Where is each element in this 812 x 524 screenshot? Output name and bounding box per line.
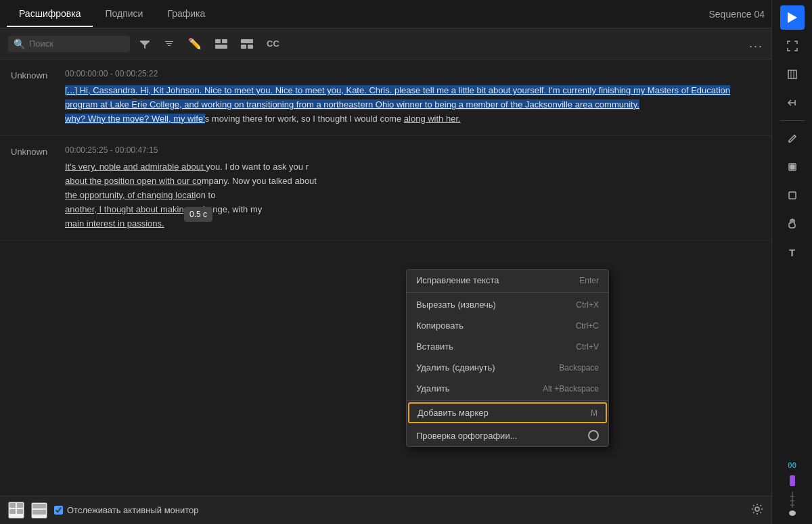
text-segment: another, I thought about making a c [65, 204, 203, 214]
text-segment: please tell me a little bit about yourse… [394, 85, 691, 95]
transcript-text-1[interactable]: [...] Hi, Cassandra. Hi, Kit Johnson. Ni… [65, 84, 761, 126]
svg-rect-22 [790, 504, 794, 506]
layout2-btn[interactable] [237, 37, 257, 51]
context-menu-item-spellcheck[interactable]: Проверка орфографии... [407, 425, 608, 446]
svg-rect-4 [241, 45, 246, 49]
sidebar-hand-btn[interactable] [780, 212, 805, 236]
sidebar-stamp-btn[interactable] [780, 155, 805, 179]
sidebar-play-btn[interactable] [780, 5, 805, 30]
toolbar: 🔍 ✏️ CC ... [0, 28, 771, 59]
cc-btn[interactable]: CC [263, 36, 284, 51]
text-segment: you. I do want to ask you [206, 162, 305, 172]
sort-btn[interactable] [160, 36, 179, 52]
context-menu-shortcut: Ctrl+X [576, 300, 599, 310]
bottom-icon-2[interactable] [31, 502, 47, 519]
context-menu-label: Проверка орфографии... [416, 431, 517, 441]
sequence-label: Sequence 04 [708, 9, 765, 20]
search-input[interactable] [29, 39, 110, 49]
timestamp-2: 00:00:25:25 - 00:00:47:15 [65, 145, 761, 155]
more-options-btn[interactable]: ... [749, 37, 763, 51]
svg-point-12 [755, 507, 759, 511]
spellcheck-icon [588, 430, 599, 441]
search-icon: 🔍 [14, 39, 25, 49]
playhead-circle [789, 510, 796, 516]
sidebar-text-btn[interactable]: T [780, 240, 805, 264]
filter-btn[interactable] [135, 36, 154, 52]
text-segment: n to [201, 190, 216, 200]
context-menu-item-delete[interactable]: Удалить Alt +Backspace [407, 378, 608, 399]
text-segment: northeastern Ohio winner to being a memb… [323, 99, 639, 110]
block-content-1: 00:00:00:00 - 00:00:25:22 [...] Hi, Cass… [65, 69, 761, 126]
transcript-text-2[interactable]: It's very, noble and admirable about you… [65, 160, 761, 231]
context-menu-shortcut: Ctrl+V [576, 342, 599, 352]
context-menu-label: Копировать [416, 320, 464, 331]
text-segment: along with her. [404, 114, 461, 124]
settings-icon[interactable] [751, 503, 763, 518]
context-menu-shortcut: M [591, 408, 597, 418]
sidebar-back-btn[interactable] [780, 91, 805, 115]
checkbox-container: Отслеживать активный монитор [54, 505, 199, 515]
text-segment: o [196, 190, 200, 200]
context-menu-label: Удалить (сдвинуть) [416, 362, 495, 373]
tabs-left: Расшифровка Подписи Графика [7, 1, 217, 27]
sidebar-pen-btn[interactable] [780, 126, 805, 151]
right-sidebar: T 00 [771, 0, 812, 524]
svg-rect-9 [17, 509, 23, 514]
context-menu-item-copy[interactable]: Копировать Ctrl+C [407, 315, 608, 336]
tab-graphics[interactable]: Графика [155, 1, 217, 27]
text-segment: about the position open with our co [65, 176, 202, 186]
context-menu-shortcut: Backspace [559, 363, 599, 373]
sidebar-forward-btn[interactable] [780, 62, 805, 87]
sidebar-expand-btn[interactable] [780, 34, 805, 58]
context-menu-item-add-marker[interactable]: Добавить маркер M [408, 402, 607, 423]
text-segment: s moving there for work, so I thought I … [205, 114, 404, 124]
speaker-1: Unknown [11, 69, 65, 126]
svg-rect-0 [215, 39, 221, 43]
svg-rect-18 [789, 192, 796, 199]
sidebar-divider-1 [780, 120, 805, 121]
context-menu-shortcut: Enter [579, 276, 599, 285]
transcript-block-1: Unknown 00:00:00:00 - 00:00:25:22 [...] … [0, 59, 771, 136]
svg-rect-2 [215, 45, 227, 49]
context-menu-label: Вставить [416, 341, 453, 352]
text-segment: the opportunity, of changing locati [65, 190, 196, 200]
svg-rect-10 [32, 504, 46, 508]
svg-rect-17 [790, 165, 794, 169]
search-box[interactable]: 🔍 [8, 36, 130, 52]
svg-marker-13 [788, 12, 797, 23]
edit-btn[interactable]: ✏️ [184, 34, 206, 53]
tab-transcription[interactable]: Расшифровка [7, 1, 93, 27]
svg-rect-20 [790, 496, 794, 497]
bottom-icon-1[interactable] [8, 502, 24, 519]
monitor-checkbox[interactable] [54, 506, 63, 515]
waveform-area [789, 492, 796, 519]
context-menu-label: Добавить маркер [418, 408, 489, 418]
bottom-bar: Отслеживать активный монитор [0, 496, 771, 524]
tabs-bar: Расшифровка Подписи Графика Sequence 04 [0, 0, 771, 28]
svg-rect-1 [222, 39, 227, 43]
transcript-block-2: Unknown 00:00:25:25 - 00:00:47:15 It's v… [0, 136, 771, 241]
tab-subtitles[interactable]: Подписи [93, 1, 155, 27]
context-menu-item-paste[interactable]: Вставить Ctrl+V [407, 336, 608, 357]
context-menu-item-delete-shift[interactable]: Удалить (сдвинуть) Backspace [407, 357, 608, 378]
context-menu-divider [407, 292, 608, 293]
block-content-2: 00:00:25:25 - 00:00:47:15 It's very, nob… [65, 145, 761, 231]
text-segment: about [294, 176, 317, 186]
context-menu-label: Удалить [416, 383, 450, 394]
text-segment: r [306, 162, 309, 172]
time-marker [790, 475, 795, 486]
sidebar-rect-btn[interactable] [780, 183, 805, 208]
context-menu-item-fix-text[interactable]: Исправление текста Enter [407, 270, 608, 291]
text-segment: why? Why the move? Well, my wife' [65, 114, 205, 124]
layout1-btn[interactable] [211, 37, 231, 51]
text-segment: [...] Hi, Cassandra. Hi, Kit Johnson. Ni… [65, 85, 394, 95]
svg-rect-8 [9, 509, 16, 514]
monitor-checkbox-label: Отслеживать активный монитор [67, 505, 199, 515]
text-segment: mpany. Now you talked [202, 176, 295, 186]
timestamp-1: 00:00:00:00 - 00:00:25:22 [65, 69, 761, 78]
context-menu-item-cut[interactable]: Вырезать (извлечь) Ctrl+X [407, 294, 608, 315]
context-menu-shortcut: Ctrl+C [576, 321, 599, 331]
svg-rect-5 [248, 45, 253, 49]
svg-rect-11 [32, 510, 46, 515]
text-segment: It's very, noble and admirable about [65, 162, 206, 172]
